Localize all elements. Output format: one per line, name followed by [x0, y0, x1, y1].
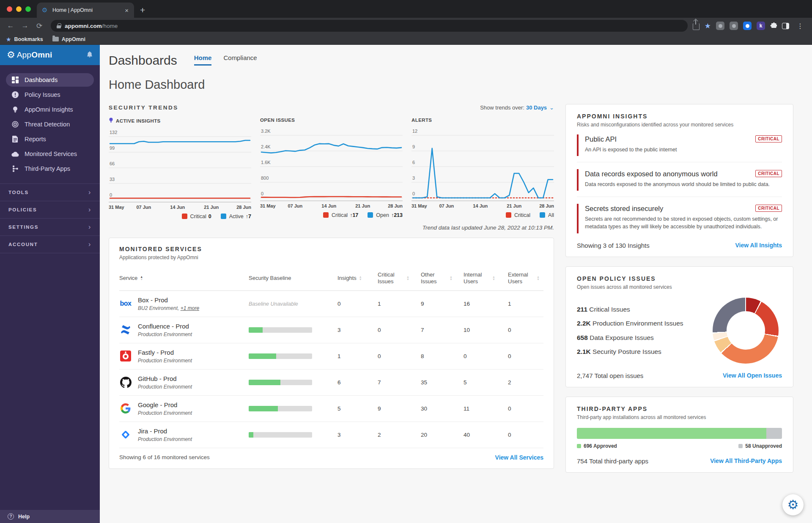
- close-tab-icon[interactable]: ×: [123, 7, 130, 14]
- chart-legend: Critical↑17Open↑213: [260, 212, 403, 218]
- side-panel-icon[interactable]: [782, 23, 789, 29]
- insights-count: 5: [337, 405, 378, 412]
- camera-extension-icon[interactable]: [743, 22, 752, 30]
- other-issues-count: 9: [421, 301, 464, 307]
- trend-chart-alerts: ALERTS12963031 May07 Jun14 Jun21 Jun28 J…: [411, 118, 554, 219]
- insight-item[interactable]: Data records exposed to anonymous worldC…: [577, 169, 782, 197]
- extension-icon[interactable]: [716, 22, 724, 30]
- service-name: Box - Prod: [138, 296, 199, 304]
- dashboard-tabs: HomeCompliance: [194, 54, 257, 68]
- share-icon[interactable]: [693, 23, 700, 30]
- svg-text:9: 9: [412, 144, 415, 149]
- new-tab-button[interactable]: +: [134, 5, 151, 18]
- column-header-security-baseline: Security Baseline: [249, 275, 337, 282]
- more-environments-link[interactable]: +1 more: [181, 305, 199, 311]
- svg-text:33: 33: [110, 177, 115, 182]
- trend-period-select[interactable]: Show trends over:30 Days⌄: [480, 104, 554, 111]
- extension-icon[interactable]: [730, 22, 738, 30]
- sort-arrows-icon: ▲▼: [492, 276, 495, 281]
- tab-compliance[interactable]: Compliance: [223, 54, 257, 66]
- k-extension-icon[interactable]: k: [757, 22, 765, 30]
- appomni-favicon-icon: ⚙: [42, 7, 49, 14]
- appomni-gear-fab[interactable]: ⚙: [782, 494, 804, 515]
- tab-home[interactable]: Home: [194, 54, 212, 66]
- extensions-puzzle-icon[interactable]: [770, 22, 777, 30]
- external-users-count: 1: [508, 301, 544, 307]
- browser-tab[interactable]: ⚙ Home | AppOmni ×: [37, 3, 134, 18]
- svg-text:31 May: 31 May: [411, 203, 428, 208]
- service-row-jira[interactable]: Jira - ProdProduction Environment3220400: [119, 422, 543, 448]
- browser-toolbar: ← → ⟳ appomni.com/home ★ k ⋮: [0, 18, 812, 34]
- service-row-google[interactable]: Google - ProdProduction Environment59301…: [119, 396, 543, 422]
- sidebar-item-appomni-insights[interactable]: AppOmni Insights: [6, 103, 94, 116]
- critical-issues-count: 2: [378, 432, 421, 438]
- window-controls[interactable]: [0, 0, 37, 18]
- sidebar-item-threat-detection[interactable]: Threat Detection: [6, 118, 94, 131]
- column-header-external-users[interactable]: External Users▲▼: [508, 271, 544, 285]
- internal-users-count: 40: [464, 432, 508, 438]
- service-row-github[interactable]: GitHub - ProdProduction Environment67355…: [119, 370, 543, 396]
- bookmark-folder-appomni[interactable]: AppOmni: [52, 36, 85, 42]
- service-row-confluence[interactable]: Confluence - ProdProduction Environment3…: [119, 317, 543, 343]
- help-button[interactable]: ? Help: [0, 510, 100, 523]
- browser-menu-icon[interactable]: ⋮: [794, 22, 806, 30]
- insights-title: APPOMNI INSIGHTS: [577, 113, 782, 120]
- policy-issues-title: OPEN POLICY ISSUES: [577, 275, 782, 282]
- insights-count: 3: [337, 432, 378, 438]
- appomni-logo: ⚙ AppOmni: [0, 45, 100, 65]
- bookmark-star-icon[interactable]: ★: [705, 22, 711, 30]
- svg-text:0: 0: [110, 192, 112, 197]
- column-header-service[interactable]: Service▲▼: [119, 275, 249, 282]
- notifications-bell-icon[interactable]: [86, 51, 93, 60]
- browser-tabstrip: ⚙ Home | AppOmni × +: [0, 0, 812, 18]
- forward-button[interactable]: →: [19, 19, 31, 32]
- sidebar-section-settings[interactable]: SETTINGS›: [0, 218, 100, 235]
- column-header-critical-issues[interactable]: Critical Issues▲▼: [378, 271, 421, 285]
- sort-arrows-icon: ▲▼: [406, 276, 409, 281]
- legend-swatch-icon: [182, 214, 187, 219]
- view-all-services-link[interactable]: View All Services: [495, 454, 543, 461]
- monitored-services-subtitle: Applications protected by AppOmni: [119, 255, 543, 260]
- sidebar-item-monitored-services[interactable]: Monitored Services: [6, 147, 94, 161]
- appomni-gear-icon: ⚙: [7, 50, 15, 60]
- svg-text:99: 99: [110, 145, 115, 151]
- sidebar-item-policy-issues[interactable]: Policy Issues: [6, 88, 94, 101]
- reload-button[interactable]: ⟳: [33, 19, 46, 32]
- back-button[interactable]: ←: [4, 19, 17, 32]
- bookmarks-button[interactable]: ★ Bookmarks: [6, 36, 43, 43]
- svg-text:2.4K: 2.4K: [261, 144, 271, 149]
- address-bar[interactable]: appomni.com/home: [51, 20, 688, 32]
- view-all-open-issues-link[interactable]: View All Open Issues: [723, 372, 782, 379]
- sidebar-item-label: Reports: [25, 136, 46, 142]
- gear-icon: ⚙: [787, 498, 799, 511]
- maximize-window-button[interactable]: [25, 6, 31, 12]
- policy-stat: 211 Critical Issues: [577, 302, 683, 316]
- column-header-other-issues[interactable]: Other Issues▲▼: [421, 271, 464, 285]
- service-row-fastly[interactable]: Fastly - ProdProduction Environment10800: [119, 343, 543, 370]
- folder-icon: [52, 37, 59, 41]
- column-header-insights[interactable]: Insights▲▼: [337, 275, 378, 282]
- sidebar-item-third-party-apps[interactable]: Third-Party Apps: [6, 162, 94, 175]
- minimize-window-button[interactable]: [16, 6, 22, 12]
- view-all-insights-link[interactable]: View All Insights: [735, 242, 782, 249]
- svg-text:21 Jun: 21 Jun: [204, 205, 219, 210]
- box-logo-icon: box: [120, 300, 132, 307]
- sidebar-section-tools[interactable]: TOOLS›: [0, 183, 100, 201]
- trend-chart-open-issues: OPEN ISSUES3.2K2.4K1.6K800031 May07 Jun1…: [260, 118, 403, 219]
- svg-text:14 Jun: 14 Jun: [473, 203, 488, 208]
- confluence-logo-icon: [120, 324, 131, 335]
- service-row-box[interactable]: boxBox - ProdBU2 Environment, +1 moreBas…: [119, 291, 543, 317]
- sidebar-section-account[interactable]: ACCOUNT›: [0, 235, 100, 253]
- monitored-services-card: MONITORED SERVICES Applications protecte…: [109, 238, 554, 469]
- insight-item[interactable]: Public APICRITICALAn API is exposed to t…: [577, 134, 782, 162]
- sidebar-item-reports[interactable]: Reports: [6, 132, 94, 146]
- sidebar-section-policies[interactable]: POLICIES›: [0, 201, 100, 218]
- chart-legend: Critical0Active↑7: [109, 214, 251, 219]
- view-all-third-party-link[interactable]: View All Third-Party Apps: [710, 457, 782, 464]
- sidebar-item-dashboards[interactable]: Dashboards: [6, 73, 94, 87]
- third-party-subtitle: Third-party app installations across all…: [577, 414, 782, 420]
- close-window-button[interactable]: [7, 6, 12, 12]
- insight-item[interactable]: Secrets stored insecurelyCRITICALSecrets…: [577, 204, 782, 233]
- column-header-internal-users[interactable]: Internal Users▲▼: [464, 271, 508, 285]
- fastly-logo-icon: [120, 350, 131, 361]
